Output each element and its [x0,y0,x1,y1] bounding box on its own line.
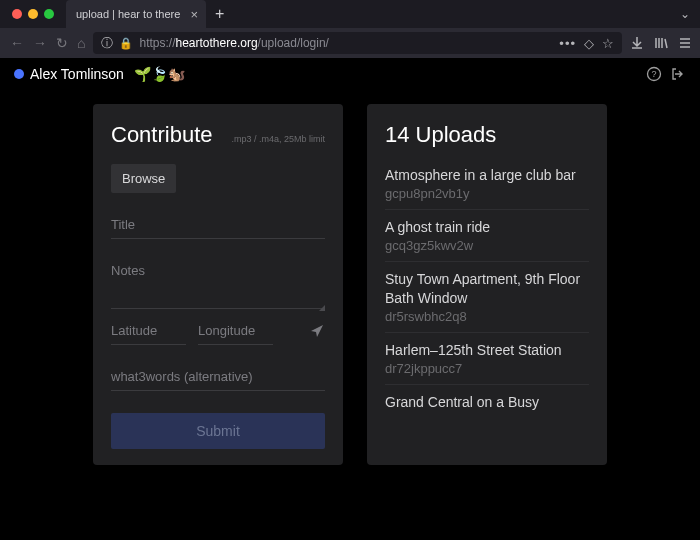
tab-title: upload | hear to there [76,8,180,20]
upload-code: gcq3gz5kwv2w [385,238,589,253]
maximize-window-icon[interactable] [44,9,54,19]
longitude-input[interactable] [198,317,273,345]
home-button[interactable]: ⌂ [77,35,85,51]
main-content: Contribute .mp3 / .m4a, 25Mb limit Brows… [0,90,700,465]
expand-tabs-icon[interactable]: ⌄ [670,7,700,21]
page-actions-icon[interactable]: ••• [559,36,576,51]
page: Alex Tomlinson 🌱🍃🐿️ ? Contribute .mp3 / … [0,58,700,540]
upload-item[interactable]: A ghost train ride gcq3gz5kwv2w [385,209,589,261]
toolbar-right [630,36,694,50]
browse-button[interactable]: Browse [111,164,176,193]
nav-arrows: ← → ↻ ⌂ [6,35,85,51]
toolbar: ← → ↻ ⌂ ⓘ 🔒 https://heartothere.org/uplo… [0,28,700,58]
upload-item[interactable]: Harlem–125th Street Station dr72jkppucc7 [385,332,589,384]
reader-mode-icon[interactable]: ◇ [584,36,594,51]
user-label: Alex Tomlinson 🌱🍃🐿️ [14,66,185,82]
url-text: https://heartothere.org/upload/login/ [139,36,328,50]
close-window-icon[interactable] [12,9,22,19]
uploads-card: 14 Uploads Atmosphere in a large club ba… [367,104,607,465]
forward-button[interactable]: → [33,35,47,51]
page-header: Alex Tomlinson 🌱🍃🐿️ ? [0,58,700,90]
browser-tab[interactable]: upload | hear to there × [66,0,206,28]
upload-code: dr5rswbhc2q8 [385,309,589,324]
menu-icon[interactable] [678,36,692,50]
upload-item[interactable]: Atmosphere in a large club bar gcpu8pn2v… [385,162,589,209]
bookmark-icon[interactable]: ☆ [602,36,614,51]
back-button[interactable]: ← [10,35,24,51]
upload-name: Stuy Town Apartment, 9th Floor Bath Wind… [385,270,589,306]
address-bar[interactable]: ⓘ 🔒 https://heartothere.org/upload/login… [93,32,622,54]
upload-name: A ghost train ride [385,218,589,236]
notes-input[interactable] [111,257,325,309]
window-controls [0,9,66,19]
browser-chrome: upload | hear to there × + ⌄ ← → ↻ ⌂ ⓘ 🔒… [0,0,700,58]
upload-item[interactable]: Grand Central on a Busy [385,384,589,419]
user-status-icon [14,69,24,79]
upload-name: Atmosphere in a large club bar [385,166,589,184]
upload-item[interactable]: Stuy Town Apartment, 9th Floor Bath Wind… [385,261,589,331]
svg-text:?: ? [651,69,656,79]
reload-button[interactable]: ↻ [56,35,68,51]
upload-name: Grand Central on a Busy [385,393,589,411]
what3words-input[interactable] [111,363,325,391]
site-info-icon[interactable]: ⓘ [101,35,113,52]
upload-code: dr72jkppucc7 [385,361,589,376]
upload-code: gcpu8pn2vb1y [385,186,589,201]
uploads-title: 14 Uploads [385,122,589,148]
close-tab-icon[interactable]: × [190,7,198,22]
upload-hint: .mp3 / .m4a, 25Mb limit [231,134,325,144]
submit-button[interactable]: Submit [111,413,325,449]
user-emojis: 🌱🍃🐿️ [134,66,185,82]
minimize-window-icon[interactable] [28,9,38,19]
new-tab-button[interactable]: + [206,5,233,23]
username: Alex Tomlinson [30,66,124,82]
logout-icon[interactable] [670,66,686,82]
contribute-title: Contribute [111,122,213,148]
uploads-list: Atmosphere in a large club bar gcpu8pn2v… [385,162,589,419]
lock-icon: 🔒 [119,37,133,50]
help-icon[interactable]: ? [646,66,662,82]
downloads-icon[interactable] [630,36,644,50]
library-icon[interactable] [654,36,668,50]
tab-bar: upload | hear to there × + ⌄ [0,0,700,28]
upload-name: Harlem–125th Street Station [385,341,589,359]
geolocate-icon[interactable] [309,323,325,339]
contribute-card: Contribute .mp3 / .m4a, 25Mb limit Brows… [93,104,343,465]
latitude-input[interactable] [111,317,186,345]
title-input[interactable] [111,211,325,239]
